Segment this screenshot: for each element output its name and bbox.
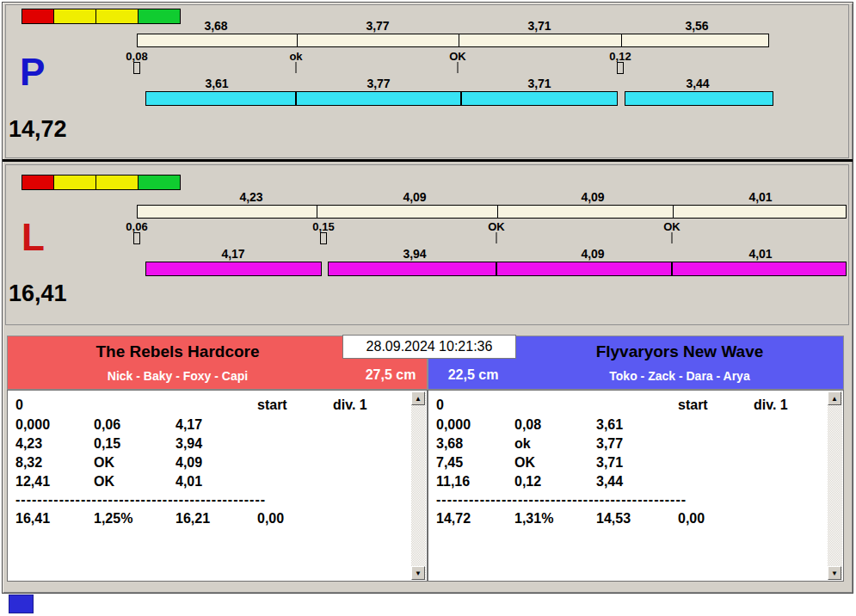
window-corner-blue — [9, 594, 34, 613]
results-table-right: 0 start div. 1 0,000 0,08 3,61 3,68 ok 3… — [428, 390, 844, 582]
indicator-segment-green — [138, 175, 181, 190]
tick-label: ok — [289, 50, 302, 63]
indicator-segment-red — [22, 175, 54, 190]
indicator-segment-yellow — [53, 9, 96, 24]
distance-right: 22,5 cm — [434, 366, 513, 385]
table-header-row: 0 start div. 1 — [8, 397, 410, 416]
lane-P: P 3,68 3,77 3,71 3,56 0,08 ok OK 0,12 3,… — [5, 4, 849, 158]
measure-bar-segment — [672, 262, 847, 276]
cell: 3,71 — [596, 455, 623, 471]
cell: 0,06 — [94, 417, 120, 433]
ruler-divider — [497, 206, 498, 218]
lane-total: 14,72 — [9, 118, 67, 141]
lane-total: 16,41 — [9, 282, 67, 305]
range-indicator — [22, 175, 181, 190]
cell: 1,25% — [94, 511, 132, 527]
tick-marker-line — [496, 232, 497, 243]
scroll-down-button[interactable]: ▼ — [828, 566, 841, 580]
indicator-segment-yellow — [95, 175, 139, 190]
cell: 4,09 — [176, 455, 202, 471]
ruler-value: 4,23 — [239, 190, 262, 204]
table-row: 7,45 OK 3,71 — [428, 455, 826, 473]
tick-marker-box — [133, 62, 140, 74]
bar-value: 3,71 — [527, 77, 551, 90]
cell: 7,45 — [436, 455, 463, 471]
cell: 3,44 — [596, 474, 623, 490]
cell: 4,23 — [15, 436, 42, 452]
cell: 1,31% — [514, 511, 553, 527]
ruler-value: 3,77 — [366, 19, 389, 33]
table-row: 8,32 OK 4,09 — [8, 455, 410, 473]
cell: 0,00 — [257, 511, 284, 527]
datetime-display: 28.09.2024 10:21:36 — [342, 335, 516, 359]
separator-line: ----------------------------------------… — [436, 492, 687, 508]
scrollbar[interactable]: ▲ ▼ — [411, 391, 426, 580]
cell: 3,94 — [176, 436, 202, 452]
tick-label: OK — [449, 50, 466, 63]
lane-letter: L — [22, 219, 45, 256]
totals-row: 14,72 1,31% 14,53 0,00 — [428, 511, 826, 529]
scrollbar[interactable]: ▲ ▼ — [828, 391, 842, 580]
cell: 0,000 — [436, 417, 471, 433]
measure-bar-segment — [496, 262, 672, 276]
up-arrow-icon: ▲ — [415, 395, 422, 403]
ruler-divider — [673, 206, 674, 218]
measure-bar-segment — [296, 91, 461, 106]
tick-marker-line — [672, 232, 673, 243]
tick-marker-box — [617, 62, 624, 74]
indicator-segment-yellow — [53, 175, 96, 190]
scroll-up-button[interactable]: ▲ — [828, 391, 841, 405]
bar-value: 3,61 — [205, 77, 228, 90]
cell: div. 1 — [333, 397, 367, 413]
app-window: P 3,68 3,77 3,71 3,56 0,08 ok OK 0,12 3,… — [2, 2, 853, 594]
cell: 16,21 — [176, 511, 210, 527]
scroll-up-button[interactable]: ▲ — [411, 391, 425, 405]
cell: 8,32 — [15, 455, 42, 471]
cell: 3,77 — [596, 436, 623, 452]
cell: 11,16 — [436, 474, 470, 490]
ruler-value: 4,09 — [581, 190, 604, 204]
bar-value: 4,01 — [748, 247, 772, 261]
tick-label: OK — [488, 220, 505, 233]
table-row: 3,68 ok 3,77 — [428, 436, 826, 454]
cell: 14,72 — [436, 511, 471, 527]
tick-label: OK — [663, 220, 680, 233]
separator-line: ----------------------------------------… — [15, 492, 266, 508]
cell: 3,68 — [436, 436, 463, 452]
measure-bar — [145, 91, 773, 106]
cell: OK — [514, 455, 535, 471]
lane-letter: P — [20, 53, 45, 91]
ruler-divider — [317, 206, 317, 218]
cell: ok — [514, 436, 531, 452]
cell: start — [257, 397, 287, 413]
ruler-bar — [137, 205, 847, 219]
lane-divider — [3, 159, 853, 162]
measure-bar-segment — [145, 91, 296, 106]
cell: OK — [94, 474, 114, 490]
ruler-value: 3,56 — [685, 19, 708, 33]
measure-bar — [145, 262, 847, 276]
cell: div. 1 — [754, 397, 788, 413]
ruler-divider — [459, 34, 459, 46]
team-players-left: Nick - Baky - Foxy - Capi — [8, 369, 348, 383]
scroll-down-button[interactable]: ▼ — [411, 566, 425, 580]
table-row: 0,000 0,08 3,61 — [428, 417, 826, 435]
bar-value: 3,44 — [686, 77, 709, 90]
tick-label: 0,06 — [126, 220, 147, 233]
measure-bar-gap — [618, 91, 625, 106]
results-table-left: 0 start div. 1 0,000 0,06 4,17 4,23 0,15… — [7, 390, 428, 582]
measure-bar-segment — [461, 91, 618, 106]
range-indicator — [22, 9, 181, 24]
separator-row: ----------------------------------------… — [8, 492, 266, 510]
totals-row: 16,41 1,25% 16,21 0,00 — [8, 511, 410, 529]
tick-label: 0,15 — [312, 220, 334, 233]
ruler-value: 3,68 — [204, 19, 227, 33]
cell: 14,53 — [596, 511, 631, 527]
ruler-value: 4,01 — [748, 190, 772, 204]
tick-label: 0,12 — [609, 50, 631, 63]
table-row: 11,16 0,12 3,44 — [428, 474, 826, 492]
bar-value: 3,77 — [366, 77, 390, 90]
table-row: 12,41 OK 4,01 — [8, 474, 410, 492]
down-arrow-icon: ▼ — [415, 570, 422, 577]
cell: 0,00 — [678, 511, 705, 527]
